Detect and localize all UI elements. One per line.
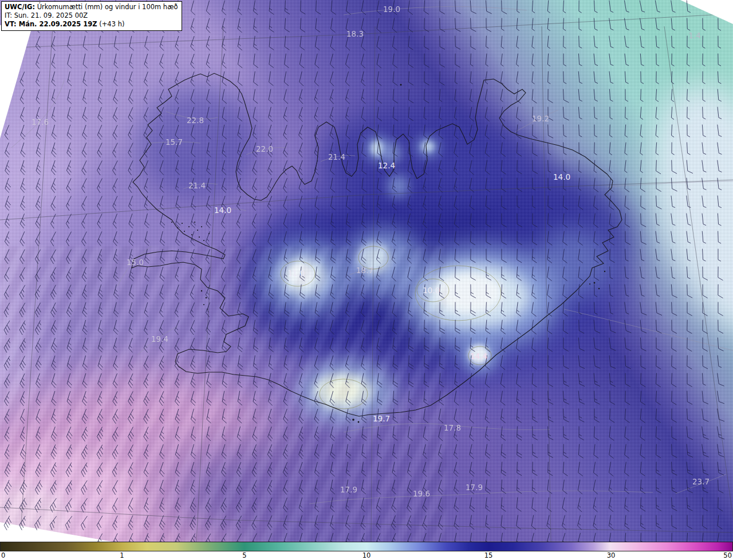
island-dot xyxy=(197,230,198,231)
contour-label: 10.0 xyxy=(423,286,440,295)
island-dot xyxy=(184,231,185,232)
map-title-box: UWC/IG: Úrkomumætti (mm) og vindur i 100… xyxy=(1,1,182,31)
contour-rings xyxy=(281,246,501,409)
boundary-corner xyxy=(0,522,112,542)
meridian-line xyxy=(196,26,223,542)
colorbar-gradient xyxy=(0,542,733,551)
contour-label: 19.7 xyxy=(373,414,390,423)
contour-label: 19.6 xyxy=(413,489,430,498)
map-overlay-svg: 19.018.317.622.815.722.021.412.419.214.0… xyxy=(0,0,733,542)
meridian-line xyxy=(371,26,375,542)
contour-label: 17.9 xyxy=(466,483,483,492)
island-dot xyxy=(206,297,207,298)
contour-label: 17.6 xyxy=(31,117,49,127)
contour-label: 21.4 xyxy=(188,181,206,190)
colorbar-tick: 50 xyxy=(723,551,732,559)
island-dot xyxy=(177,227,178,228)
colorbar-tick: 15 xyxy=(484,551,493,559)
contour-line xyxy=(309,491,653,504)
contour-labels: 19.018.317.622.815.722.021.412.419.214.0… xyxy=(31,5,710,498)
island-dot xyxy=(171,222,172,223)
contour-label: 14.0 xyxy=(553,172,570,182)
contour-label: 1.4 xyxy=(688,31,700,40)
contour-label: 19.4 xyxy=(151,334,168,344)
contour-label: 17.8 xyxy=(444,423,461,432)
meridian-line xyxy=(542,26,551,542)
title-line-model: UWC/IG: Úrkomumætti (mm) og vindur i 100… xyxy=(5,3,178,11)
coastline-path xyxy=(132,73,622,416)
island-dot xyxy=(358,421,360,423)
contour-label: 19.0 xyxy=(383,5,400,14)
island-dot xyxy=(191,234,192,235)
island-dot xyxy=(182,223,183,224)
precipitation-map-canvas: 19.018.317.622.815.722.021.412.419.214.0… xyxy=(0,0,733,542)
boundary-corner xyxy=(0,23,33,139)
colorbar-tick: 5 xyxy=(242,551,246,559)
graticule-lines xyxy=(0,14,733,542)
contour-ring xyxy=(320,379,368,409)
contour-label: 23.7 xyxy=(692,477,710,486)
island-dot xyxy=(400,84,402,86)
contour-label: 14.4 xyxy=(470,352,487,361)
island-dot xyxy=(201,226,202,227)
island-dot xyxy=(203,240,204,241)
contour-label: 22.8 xyxy=(187,116,204,125)
meridian-line xyxy=(664,26,733,542)
colorbar-tick: 1 xyxy=(120,551,124,559)
island-dot xyxy=(604,271,605,272)
parallel-line xyxy=(0,507,733,533)
contour-label: 15.0 xyxy=(127,258,144,267)
contour-line xyxy=(564,309,733,350)
colorbar-tick: 30 xyxy=(607,551,616,559)
island-dot xyxy=(194,222,195,223)
colorbar-tick: 0 xyxy=(1,551,5,559)
colorbar-legend: 0 1 5 10 15 30 50 xyxy=(0,542,733,560)
contour-line xyxy=(344,6,527,15)
contour-label: 14.0 xyxy=(214,206,231,215)
contour-label: 12.4 xyxy=(378,161,395,170)
island-dot xyxy=(594,282,596,284)
contour-label: 17.9 xyxy=(340,485,357,494)
contour-label: 22.0 xyxy=(256,144,273,153)
valid-time-line: VT: Mán. 22.09.2025 19Z (+43 h) xyxy=(5,20,178,29)
island-dot xyxy=(589,283,590,285)
contour-label: 21.4 xyxy=(328,152,345,161)
contour-label: 18.3 xyxy=(346,29,364,38)
island-dot xyxy=(598,288,600,289)
contour-label: 15.7 xyxy=(165,137,183,147)
weather-map-screenshot: 19.018.317.622.815.722.021.412.419.214.0… xyxy=(0,0,733,560)
contour-label: 18.7 xyxy=(356,266,373,275)
island-dot xyxy=(188,226,190,227)
valid-time-bold: VT: Mán. 22.09.2025 19Z xyxy=(5,20,97,28)
island-dot xyxy=(199,236,200,238)
boundary-corner xyxy=(680,0,733,24)
map-title-text: Úrkomumætti (mm) og vindur i 100m hæð xyxy=(35,3,178,11)
island-dot xyxy=(201,290,202,291)
island-dot xyxy=(352,419,354,421)
contour-label: 19.2 xyxy=(532,114,549,123)
meridian-line xyxy=(20,26,53,542)
model-name: UWC/IG: xyxy=(5,3,35,11)
contour-label: 11.0 xyxy=(287,269,305,278)
valid-time-offset: (+43 h) xyxy=(97,20,125,28)
island-dot xyxy=(203,304,204,305)
colorbar-tick-labels: 0 1 5 10 15 30 50 xyxy=(0,551,733,560)
colorbar-tick: 10 xyxy=(362,551,371,559)
init-time-line: IT: Sun. 21. 09. 2025 00Z xyxy=(5,11,178,20)
contour-line xyxy=(11,80,64,148)
contour-line xyxy=(607,181,733,187)
